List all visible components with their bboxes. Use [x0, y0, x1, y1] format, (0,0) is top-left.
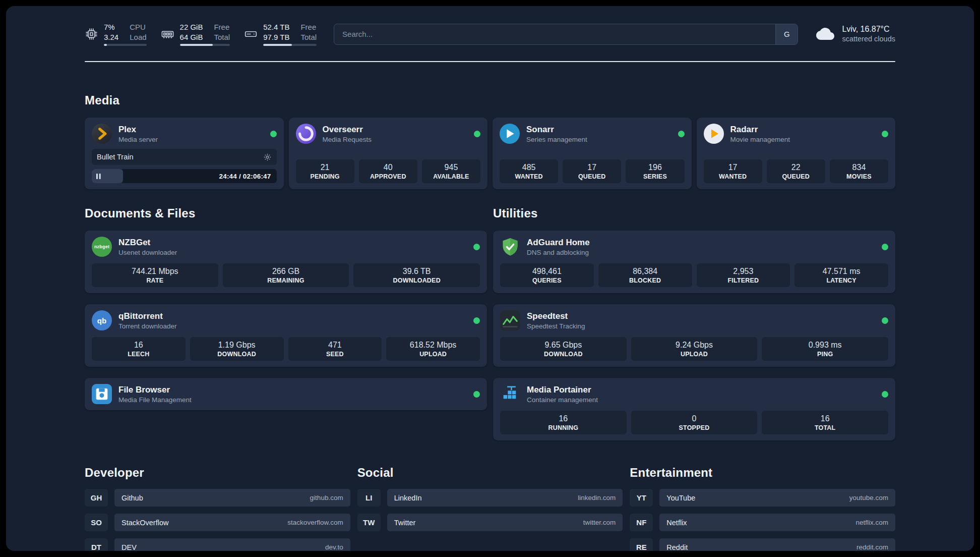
bookmark-url: netflix.com	[855, 519, 888, 526]
stat-label: AVAILABLE	[433, 173, 469, 180]
stat-value: 744.21 Mbps	[132, 267, 178, 276]
app-card-speedtest[interactable]: Speedtest Speedtest Tracking 9.65 Gbps D…	[493, 304, 895, 367]
dashboard: 7% 3.24 CPU Load	[6, 6, 974, 551]
stat-value: 17	[587, 163, 596, 172]
app-card-portainer[interactable]: Media Portainer Container management 16 …	[493, 378, 895, 440]
stat-value: 47.571 ms	[823, 267, 861, 276]
disk-total-value: 97.9 TB	[263, 32, 289, 42]
sonarr-icon	[500, 124, 520, 144]
stat-tile: 1.19 Gbps DOWNLOAD	[190, 337, 284, 361]
bookmark-name: Github	[121, 494, 143, 502]
stat-tile: 47.571 ms LATENCY	[794, 263, 888, 287]
bookmark-link-youtube[interactable]: YouTube youtube.com	[659, 489, 895, 507]
bookmark-abbr: TW	[357, 514, 381, 531]
stat-value: 9.24 Gbps	[676, 341, 713, 350]
gear-icon[interactable]	[263, 153, 272, 161]
section-title-social: Social	[357, 466, 623, 480]
status-dot	[882, 391, 888, 398]
memory-free-value: 22 GiB	[180, 22, 203, 32]
stat-value: 0	[692, 414, 697, 423]
stat-label: RATE	[146, 277, 163, 284]
memory-total-value: 64 GiB	[180, 32, 203, 42]
app-card-plex[interactable]: Plex Media server Bullet Train	[85, 118, 284, 189]
section-title-developer: Developer	[85, 466, 350, 480]
stat-value: 2,953	[733, 267, 753, 276]
bookmark-link-reddit[interactable]: Reddit reddit.com	[659, 538, 895, 551]
utilities-section: Utilities	[493, 206, 895, 440]
app-card-overseerr[interactable]: Overseerr Media Requests 21 PENDING 40 A…	[289, 118, 488, 189]
section-title-documents: Documents & Files	[85, 206, 487, 220]
cpu-load-label: Load	[130, 32, 146, 42]
stat-value: 1.19 Gbps	[218, 341, 256, 350]
playback-progress-bar[interactable]: 24:44 / 02:06:47	[92, 169, 277, 183]
weather-widget: Lviv, 16.87°C scattered clouds	[815, 24, 895, 44]
bookmark-name: YouTube	[666, 494, 695, 502]
stat-tile: 39.6 TB DOWNLOADED	[353, 263, 480, 287]
stat-value: 16	[559, 414, 568, 423]
app-description: Usenet downloader	[118, 249, 468, 256]
stat-value: 618.52 Mbps	[410, 341, 457, 350]
app-description: Series management	[526, 136, 673, 143]
status-dot	[473, 244, 480, 250]
stat-label: UPLOAD	[419, 351, 447, 358]
search-bar[interactable]: G	[334, 24, 798, 45]
bookmark-url: dev.to	[325, 543, 343, 551]
bookmark-link-twitter[interactable]: Twitter twitter.com	[387, 514, 623, 531]
stat-value: 9.65 Gbps	[544, 341, 582, 350]
cpu-progress-bar	[104, 44, 147, 46]
pause-icon[interactable]	[96, 174, 101, 179]
app-card-radarr[interactable]: Radarr Movie management 17 WANTED 22 QUE…	[697, 118, 896, 189]
disk-total-label: Total	[300, 32, 317, 42]
memory-total-label: Total	[214, 32, 230, 42]
filebrowser-icon	[92, 384, 112, 404]
app-card-qbittorrent[interactable]: qb qBittorrent Torrent downloader 16 LEE…	[85, 304, 487, 367]
cpu-load-value: 3.24	[104, 32, 118, 42]
stat-label: BLOCKED	[629, 277, 661, 284]
app-description: Movie management	[730, 136, 877, 143]
speedtest-icon	[500, 310, 520, 330]
search-engine-button[interactable]: G	[775, 24, 798, 44]
stat-value: 16	[821, 414, 830, 423]
stat-label: WANTED	[719, 173, 747, 180]
bookmark-link-linkedin[interactable]: LinkedIn linkedin.com	[387, 489, 623, 507]
stat-tile: 16 TOTAL	[762, 411, 888, 434]
status-dot	[882, 131, 888, 137]
stat-label: WANTED	[515, 173, 542, 180]
stat-value: 16	[134, 341, 143, 350]
bookmark-url: stackoverflow.com	[287, 519, 343, 526]
app-card-sonarr[interactable]: Sonarr Series management 485 WANTED 17 Q…	[493, 118, 692, 189]
cpu-stat: 7% 3.24 CPU Load	[85, 22, 147, 46]
plex-icon	[92, 124, 112, 144]
stat-label: QUEUED	[782, 173, 810, 180]
app-name: Plex	[118, 124, 265, 135]
stat-tile: 498,461 QUERIES	[500, 263, 594, 287]
bookmark-abbr: YT	[630, 489, 653, 507]
status-dot	[270, 131, 277, 137]
stat-value: 0.993 ms	[809, 341, 842, 350]
app-card-adguard[interactable]: AdGuard Home DNS and adblocking 498,461 …	[493, 231, 895, 293]
bookmark-abbr: RE	[630, 538, 653, 551]
app-name: Overseerr	[323, 124, 469, 135]
bookmark-row: YT YouTube youtube.com	[630, 489, 895, 507]
bookmark-link-stackoverflow[interactable]: StackOverflow stackoverflow.com	[114, 514, 350, 531]
memory-progress-fill	[180, 44, 213, 46]
developer-section: Developer GH Github github.com SO StackO…	[85, 466, 350, 551]
bookmark-link-dev[interactable]: DEV dev.to	[114, 538, 350, 551]
bookmark-link-github[interactable]: Github github.com	[114, 489, 350, 507]
cloud-icon	[815, 26, 835, 41]
bookmark-link-netflix[interactable]: Netflix netflix.com	[659, 514, 895, 531]
stat-label: RUNNING	[548, 424, 578, 431]
stat-value: 485	[522, 163, 536, 172]
app-description: Container management	[527, 396, 877, 404]
bookmark-name: Twitter	[394, 519, 416, 527]
top-bar: 7% 3.24 CPU Load	[85, 6, 895, 61]
bookmark-url: twitter.com	[583, 519, 616, 526]
bookmark-name: DEV	[121, 543, 137, 551]
bookmark-url: youtube.com	[849, 494, 888, 502]
app-card-filebrowser[interactable]: File Browser Media File Management	[85, 378, 487, 410]
search-input[interactable]	[334, 24, 775, 44]
stat-value: 86,384	[633, 267, 657, 276]
app-card-nzbget[interactable]: nzbget NZBGet Usenet downloader 744.21 M…	[85, 231, 487, 293]
disk-icon	[244, 27, 258, 41]
stat-tile: 0 STOPPED	[631, 411, 758, 434]
